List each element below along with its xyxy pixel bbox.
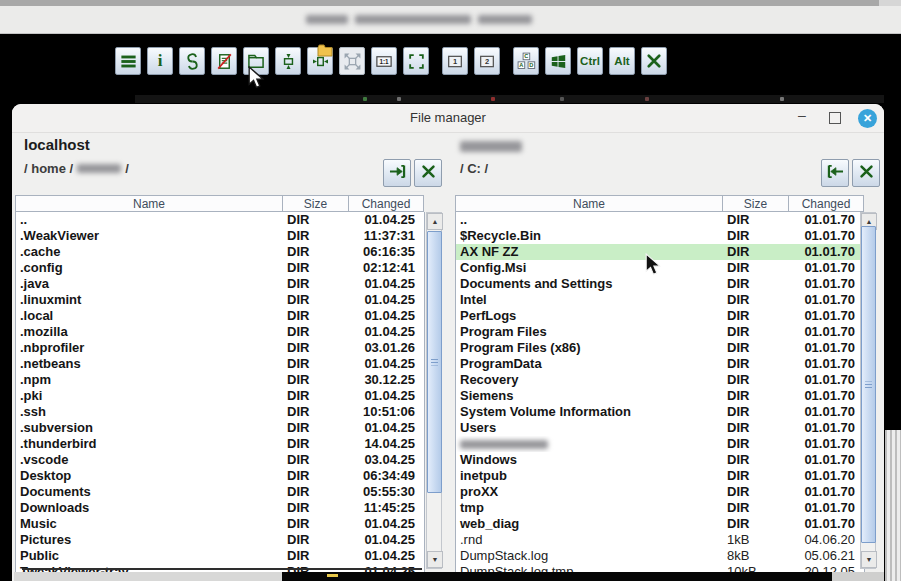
file-size: DIR [724, 292, 790, 308]
file-row[interactable]: ..DIR01.01.70 [456, 212, 864, 228]
file-row[interactable]: SiemensDIR01.01.70 [456, 388, 864, 404]
file-row[interactable]: ProgramDataDIR01.01.70 [456, 356, 864, 372]
file-row[interactable]: .npmDIR30.12.25 [16, 372, 424, 388]
file-changed: 01.01.70 [790, 292, 864, 308]
file-row[interactable]: inetpubDIR01.01.70 [456, 468, 864, 484]
file-row[interactable]: DocumentsDIR05:55:30 [16, 484, 424, 500]
file-row[interactable]: .cacheDIR06:16:35 [16, 244, 424, 260]
scroll-up-button[interactable]: ▲ [427, 213, 443, 230]
file-row[interactable]: ..DIR01.04.25 [16, 212, 424, 228]
column-header-size[interactable]: Size [282, 195, 349, 212]
toolbar-alt-key-button[interactable]: Alt [609, 47, 635, 75]
file-manager-titlebar[interactable]: File manager – ✕ [12, 104, 884, 133]
column-header-name[interactable]: Name [455, 195, 723, 212]
file-name: .ssh [16, 404, 284, 420]
windows-key-icon [549, 52, 568, 71]
close-window-button[interactable]: ✕ [858, 109, 877, 128]
expand-icon [343, 52, 362, 71]
background-pixel [397, 97, 401, 101]
file-name: .. [16, 212, 284, 228]
file-row[interactable]: WindowsDIR01.01.70 [456, 452, 864, 468]
redacted-filename [460, 440, 548, 449]
file-size: DIR [724, 340, 790, 356]
file-row[interactable]: PicturesDIR01.04.25 [16, 532, 424, 548]
path-segment[interactable]: / home / [24, 161, 73, 176]
redacted-text-blob [478, 15, 532, 24]
file-row[interactable]: .javaDIR01.04.25 [16, 276, 424, 292]
toolbar-menu-button[interactable] [115, 47, 141, 75]
file-row[interactable]: RecoveryDIR01.01.70 [456, 372, 864, 388]
upload-to-remote-button[interactable] [383, 159, 411, 187]
file-row[interactable]: PublicDIR01.04.25 [16, 548, 424, 564]
file-row[interactable]: .pkiDIR01.04.25 [16, 388, 424, 404]
column-header-changed[interactable]: Changed [348, 195, 424, 212]
file-name: Public [16, 548, 284, 564]
path-segment[interactable]: / [125, 161, 129, 176]
table-header: NameSizeChanged [455, 195, 865, 212]
file-row[interactable]: .thunderbirdDIR14.04.25 [16, 436, 424, 452]
scroll-down-button[interactable]: ▼ [427, 551, 443, 568]
file-row[interactable]: Program Files (x86)DIR01.01.70 [456, 340, 864, 356]
toolbar-fit-height-button[interactable] [275, 47, 301, 75]
toolbar-expand-button[interactable] [339, 47, 365, 75]
file-row[interactable]: .WeakViewerDIR11:37:31 [16, 228, 424, 244]
file-row[interactable]: IntelDIR01.01.70 [456, 292, 864, 308]
file-name: Intel [456, 292, 724, 308]
maximize-button[interactable] [829, 112, 841, 124]
scroll-down-button[interactable]: ▼ [861, 551, 877, 568]
local-path-breadcrumb[interactable]: / home // [24, 161, 129, 176]
redacted-text-blob [355, 15, 471, 24]
file-row[interactable]: PerfLogsDIR01.01.70 [456, 308, 864, 324]
file-row[interactable]: .vscodeDIR03.04.25 [16, 452, 424, 468]
file-row[interactable]: .rnd1kB04.06.20 [456, 532, 864, 548]
file-row[interactable]: .localDIR01.04.25 [16, 308, 424, 324]
file-name: .npm [16, 372, 284, 388]
file-changed: 01.01.70 [790, 212, 864, 228]
file-row[interactable]: System Volume InformationDIR01.01.70 [456, 404, 864, 420]
file-row[interactable]: UsersDIR01.01.70 [456, 420, 864, 436]
scrollbar-thumb[interactable] [427, 231, 442, 493]
file-row[interactable]: DesktopDIR06:34:49 [16, 468, 424, 484]
remote-scrollbar[interactable]: ▲ ▼ [860, 212, 876, 569]
file-row[interactable]: .mozillaDIR01.04.25 [16, 324, 424, 340]
file-row[interactable]: .subversionDIR01.04.25 [16, 420, 424, 436]
close-remote-pane-button[interactable] [852, 159, 880, 187]
file-row[interactable]: MusicDIR01.04.25 [16, 516, 424, 532]
toolbar-sync-button[interactable] [179, 47, 205, 75]
column-header-changed[interactable]: Changed [788, 195, 864, 212]
toolbar-info-button[interactable]: i [147, 47, 173, 75]
svg-text:A: A [519, 62, 523, 68]
minimize-button[interactable]: – [794, 107, 810, 127]
toolbar-ctrl-alt-del-button[interactable]: CAD [513, 47, 539, 75]
remote-path-breadcrumb[interactable]: / C: / [460, 161, 488, 176]
file-row[interactable]: $Recycle.BinDIR01.01.70 [456, 228, 864, 244]
column-header-name[interactable]: Name [15, 195, 283, 212]
file-row[interactable]: Program FilesDIR01.01.70 [456, 324, 864, 340]
toolbar-windows-key-button[interactable] [545, 47, 571, 75]
file-size: DIR [724, 276, 790, 292]
file-row[interactable]: tmpDIR01.01.70 [456, 500, 864, 516]
toolbar-monitor-2-button[interactable]: 2 [474, 47, 500, 75]
file-row[interactable]: DumpStack.log8kB05.06.21 [456, 548, 864, 564]
file-row[interactable]: .nbprofilerDIR03.01.26 [16, 340, 424, 356]
file-row[interactable]: proXXDIR01.01.70 [456, 484, 864, 500]
file-row[interactable]: .linuxmintDIR01.04.25 [16, 292, 424, 308]
scrollbar-thumb[interactable] [861, 226, 876, 543]
file-row[interactable]: .sshDIR10:51:06 [16, 404, 424, 420]
toolbar-close-x-button[interactable] [641, 47, 667, 75]
toolbar-fullscreen-button[interactable] [403, 47, 429, 75]
file-row[interactable]: DownloadsDIR11:45:25 [16, 500, 424, 516]
column-header-size[interactable]: Size [722, 195, 789, 212]
file-row[interactable]: .netbeansDIR01.04.25 [16, 356, 424, 372]
toolbar-monitor-1-button[interactable]: 1 [442, 47, 468, 75]
table-header: NameSizeChanged [15, 195, 425, 212]
file-row[interactable]: .configDIR02:12:41 [16, 260, 424, 276]
toolbar-clipboard-blocked-button[interactable] [211, 47, 237, 75]
local-scrollbar[interactable]: ▲ ▼ [426, 212, 442, 569]
file-row[interactable]: web_diagDIR01.01.70 [456, 516, 864, 532]
toolbar-one-to-one-button[interactable]: 1:1 [371, 47, 397, 75]
download-to-local-button[interactable] [821, 159, 849, 187]
toolbar-ctrl-key-button[interactable]: Ctrl [577, 47, 603, 75]
file-row[interactable]: DIR01.01.70 [456, 436, 864, 452]
close-local-pane-button[interactable] [414, 159, 442, 187]
